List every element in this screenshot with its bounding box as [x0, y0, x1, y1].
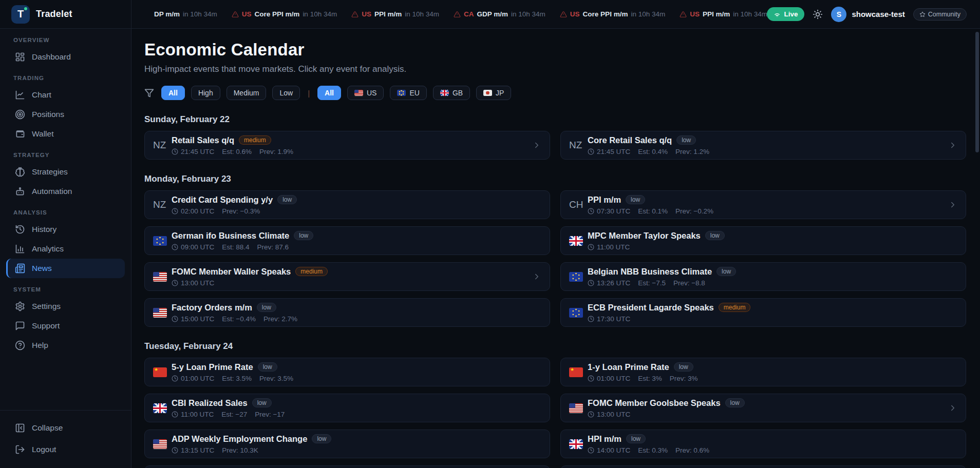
- event-flag-slot: [569, 308, 588, 318]
- username: showcase-test: [852, 10, 904, 18]
- region-filter-us[interactable]: US: [347, 86, 384, 100]
- sidebar-section-items: Chart Positions Wallet: [0, 85, 131, 144]
- event-card[interactable]: FOMC Member Goolsbee Speaks low 13:00 UT…: [560, 394, 966, 422]
- event-meta: 07:30 UTC Est: 0.1% Prev: −0.2%: [588, 207, 713, 215]
- event-title: FOMC Member Goolsbee Speaks: [588, 398, 721, 408]
- event-card[interactable]: ECB President Lagarde Speaks medium 17:3…: [560, 298, 966, 327]
- sidebar-item-news[interactable]: News: [6, 259, 125, 278]
- nz-country-code: NZ: [153, 199, 166, 210]
- filter-pill-label: All: [168, 89, 178, 97]
- user-menu[interactable]: S showcase-test: [831, 7, 904, 22]
- event-card[interactable]: Factory Orders m/m low 15:00 UTC Est: −0…: [144, 298, 550, 327]
- ticker-item: CA GDP m/m in 10h 34m: [454, 10, 545, 18]
- sidebar-item-help[interactable]: Help: [6, 336, 125, 355]
- sidebar: OVERVIEW Dashboard TRADING Chart Positio…: [0, 29, 131, 468]
- ticker-country: US: [690, 10, 700, 18]
- sidebar-item-history[interactable]: History: [6, 220, 125, 239]
- sidebar-section: STRATEGY Strategies Automation: [0, 152, 131, 201]
- ticker-event: Core PPI m/m: [583, 10, 628, 18]
- logo-letter: T: [17, 8, 24, 20]
- community-badge[interactable]: Community: [913, 8, 967, 21]
- sidebar-section: OVERVIEW Dashboard: [0, 37, 131, 67]
- impact-badge: low: [705, 231, 725, 240]
- event-card[interactable]: NZ Retail Sales q/q medium 21:45 UTC Est…: [144, 131, 550, 160]
- event-card[interactable]: FOMC Member Waller Speaks medium 13:00 U…: [144, 262, 550, 291]
- region-filter-gb[interactable]: GB: [433, 86, 470, 100]
- event-card[interactable]: 1-y Loan Prime Rate low 01:00 UTC Est: 3…: [560, 358, 966, 386]
- event-prev: Prev: 87.6: [257, 243, 289, 251]
- event-time: 14:00 UTC: [597, 446, 630, 454]
- event-prev: Prev: −0.2%: [675, 207, 713, 215]
- filter-pill-label: Low: [279, 89, 293, 97]
- event-card[interactable]: NZ Credit Card Spending y/y low 02:00 UT…: [144, 190, 550, 219]
- event-flag-slot: [569, 272, 588, 282]
- event-card[interactable]: S&P/CS Composite-20 HPI y/y low: [144, 465, 550, 468]
- event-prev: Prev: 10.3K: [222, 446, 258, 454]
- sidebar-item-dashboard[interactable]: Dashboard: [6, 47, 125, 67]
- ticker-eta: in 10h 34m: [303, 10, 337, 18]
- sidebar-item-positions[interactable]: Positions: [6, 105, 125, 124]
- impact-badge: medium: [295, 267, 328, 276]
- event-card[interactable]: FOMC Member Collins Speaks low: [560, 465, 966, 468]
- event-card[interactable]: NZ Core Retail Sales q/q low 21:45 UTC E…: [560, 131, 966, 160]
- event-meta: 13:00 UTC: [588, 411, 745, 418]
- live-label: Live: [784, 10, 798, 18]
- clock-icon: [588, 447, 594, 454]
- sidebar-item-settings[interactable]: Settings: [6, 297, 125, 316]
- day-group: Monday, February 23 NZ Credit Card Spend…: [144, 174, 966, 327]
- warning-icon: [232, 11, 239, 18]
- sidebar-section-items: Dashboard: [0, 47, 131, 67]
- sidebar-item-support[interactable]: Support: [6, 316, 125, 336]
- event-card[interactable]: HPI m/m low 14:00 UTC Est: 0.3% Prev: 0.…: [560, 430, 966, 458]
- sidebar-item-automation[interactable]: Automation: [6, 182, 125, 201]
- event-card[interactable]: CH PPI m/m low 07:30 UTC Est: 0.1% Prev:…: [560, 190, 966, 219]
- impact-filter-high[interactable]: High: [191, 86, 220, 100]
- impact-filter-low[interactable]: Low: [272, 86, 300, 100]
- theme-toggle-sun-icon[interactable]: [813, 9, 823, 20]
- us-flag-icon: [569, 403, 583, 413]
- impact-filter-all[interactable]: All: [161, 86, 185, 100]
- event-title: Core Retail Sales q/q: [588, 135, 672, 145]
- impact-filter-medium[interactable]: Medium: [227, 86, 267, 100]
- event-title: Belgian NBB Business Climate: [588, 267, 712, 277]
- scrollbar-thumb[interactable]: [975, 32, 979, 152]
- region-filter-all[interactable]: All: [317, 86, 341, 100]
- event-meta: 21:45 UTC Est: 0.6% Prev: 1.9%: [172, 148, 293, 155]
- filter-pill-label: JP: [496, 89, 504, 97]
- sidebar-item-collapse[interactable]: Collapse: [6, 418, 125, 438]
- event-flag-slot: CH: [569, 199, 588, 210]
- sidebar-item-label: Logout: [32, 445, 56, 454]
- nz-country-code: NZ: [569, 140, 582, 151]
- strategies-icon: [15, 167, 25, 177]
- ticker-eta: in 10h 34m: [631, 10, 665, 18]
- event-card[interactable]: ADP Weekly Employment Change low 13:15 U…: [144, 430, 550, 458]
- event-title: FOMC Member Waller Speaks: [172, 267, 291, 277]
- sidebar-item-wallet[interactable]: Wallet: [6, 124, 125, 144]
- event-meta: 01:00 UTC Est: 3.5% Prev: 3.5%: [172, 375, 293, 382]
- event-flag-slot: [153, 403, 172, 413]
- sidebar-item-label: History: [32, 225, 56, 234]
- event-flag-slot: NZ: [153, 199, 172, 210]
- event-title: MPC Member Taylor Speaks: [588, 231, 701, 241]
- impact-badge: low: [277, 195, 297, 204]
- event-card[interactable]: MPC Member Taylor Speaks low 11:00 UTC: [560, 226, 966, 255]
- sidebar-item-strategies[interactable]: Strategies: [6, 162, 125, 182]
- event-flag-slot: NZ: [569, 140, 588, 151]
- ticker-eta: in 10h 34m: [183, 10, 217, 18]
- sidebar-item-analytics[interactable]: Analytics: [6, 239, 125, 259]
- event-meta: 01:00 UTC Est: 3% Prev: 3%: [588, 375, 698, 382]
- event-card[interactable]: CBI Realized Sales low 11:00 UTC Est: −2…: [144, 394, 550, 422]
- sidebar-item-logout[interactable]: Logout: [6, 439, 125, 460]
- region-filter-eu[interactable]: EU: [390, 86, 426, 100]
- event-est: Est: 3.5%: [222, 375, 252, 382]
- us-flag-icon: [354, 90, 363, 96]
- sidebar-section: SYSTEM Settings Support Help: [0, 286, 131, 355]
- event-card[interactable]: German ifo Business Climate low 09:00 UT…: [144, 226, 550, 255]
- event-card[interactable]: Belgian NBB Business Climate low 13:26 U…: [560, 262, 966, 291]
- impact-badge: low: [676, 135, 696, 145]
- sidebar-item-label: Strategies: [32, 167, 68, 177]
- cn-flag-icon: [153, 367, 167, 377]
- event-card[interactable]: 5-y Loan Prime Rate low 01:00 UTC Est: 3…: [144, 358, 550, 386]
- sidebar-item-chart[interactable]: Chart: [6, 85, 125, 105]
- region-filter-jp[interactable]: JP: [476, 86, 511, 100]
